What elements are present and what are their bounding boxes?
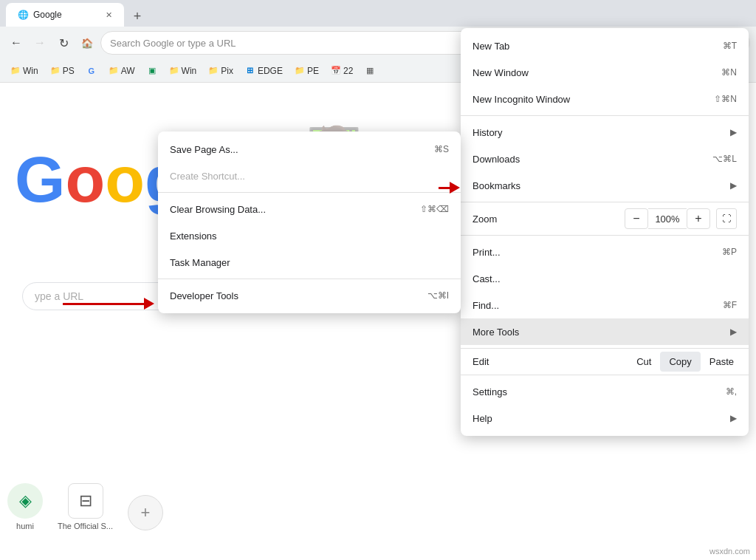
zoom-plus-button[interactable]: +	[687, 208, 710, 229]
menu-help-label: Help	[472, 413, 492, 424]
menu-divider-1	[461, 115, 749, 116]
submenu-divider-2	[158, 279, 461, 279]
submenu-task-manager[interactable]: Task Manager	[158, 249, 461, 276]
menu-print-shortcut: ⌘P	[722, 247, 737, 257]
bookmark-sheets[interactable]: ▣	[142, 64, 162, 78]
bookmark-label: EDGE	[258, 66, 283, 76]
menu-divider-2	[461, 202, 749, 202]
submenu-save-page[interactable]: Save Page As... ⌘S	[158, 136, 461, 163]
folder-icon: 📁	[208, 66, 219, 76]
bookmark-g[interactable]: G	[82, 64, 101, 78]
menu-settings[interactable]: Settings ⌘,	[461, 378, 749, 405]
submenu-extensions-label: Extensions	[170, 231, 217, 242]
site-icon-add[interactable]: +	[128, 495, 163, 530]
official-label: The Official S...	[58, 522, 113, 530]
edit-label: Edit	[467, 356, 628, 367]
menu-bookmarks-chevron: ▶	[730, 180, 737, 191]
menu-bookmarks[interactable]: Bookmarks ▶	[461, 172, 749, 199]
bookmark-label: Win	[182, 66, 197, 76]
back-button[interactable]: ←	[6, 33, 27, 53]
add-circle: +	[128, 495, 163, 530]
menu-help[interactable]: Help ▶	[461, 405, 749, 431]
submenu-create-shortcut-label: Create Shortcut...	[170, 171, 245, 182]
menu-new-window-label: New Window	[472, 67, 529, 78]
zoom-value: 100%	[648, 208, 687, 229]
menu-divider-3	[461, 235, 749, 236]
submenu-clear-browsing[interactable]: Clear Browsing Data... ⇧⌘⌫	[158, 196, 461, 222]
menu-downloads[interactable]: Downloads ⌥⌘L	[461, 146, 749, 172]
menu-new-tab[interactable]: New Tab ⌘T	[461, 33, 749, 59]
tab-close[interactable]: ✕	[106, 10, 112, 20]
menu-new-window[interactable]: New Window ⌘N	[461, 59, 749, 86]
active-tab[interactable]: 🌐 Google ✕	[6, 3, 124, 27]
zoom-minus-button[interactable]: −	[625, 208, 648, 229]
home-button[interactable]: 🏠	[77, 33, 97, 53]
menu-print-label: Print...	[472, 247, 501, 258]
bottom-icons: ◈ humi ⊟ The Official S... +	[7, 483, 163, 530]
menu-new-incognito-label: New Incognito Window	[472, 94, 570, 105]
menu-print[interactable]: Print... ⌘P	[461, 239, 749, 265]
submenu-divider-1	[158, 192, 461, 193]
menu-settings-shortcut: ⌘,	[726, 386, 737, 397]
watermark: wsxdn.com	[709, 547, 750, 556]
cut-button[interactable]: Cut	[628, 352, 660, 372]
menu-settings-label: Settings	[472, 386, 507, 397]
sheets-icon: ▣	[147, 66, 157, 76]
bookmark-label: PE	[307, 66, 319, 76]
menu-new-tab-label: New Tab	[472, 41, 509, 52]
data-icon: ▦	[365, 66, 375, 76]
bookmark-edge[interactable]: ⊞ EDGE	[241, 64, 287, 78]
folder-icon: 📁	[109, 66, 119, 76]
bookmark-aw[interactable]: 📁 AW	[104, 64, 140, 78]
menu-history-chevron: ▶	[730, 127, 737, 137]
bookmark-label: Pix	[221, 66, 233, 76]
forward-button[interactable]: →	[30, 33, 50, 53]
menu-find[interactable]: Find... ⌘F	[461, 292, 749, 318]
google-icon: G	[86, 66, 97, 76]
new-tab-button[interactable]: +	[127, 6, 148, 27]
menu-new-incognito-shortcut: ⇧⌘N	[714, 94, 737, 104]
submenu-create-shortcut: Create Shortcut...	[158, 163, 461, 189]
edit-row: Edit Cut Copy Paste	[461, 348, 749, 375]
menu-history[interactable]: History ▶	[461, 119, 749, 146]
bookmark-data[interactable]: ▦	[360, 64, 379, 78]
menu-more-tools-label: More Tools	[472, 327, 519, 338]
submenu-developer-tools[interactable]: Developer Tools ⌥⌘I	[158, 282, 461, 309]
tab-bar: 🌐 Google ✕ +	[0, 0, 756, 27]
menu-more-tools[interactable]: More Tools ▶	[461, 318, 749, 345]
folder-icon: 📁	[10, 66, 21, 76]
copy-button[interactable]: Copy	[660, 352, 700, 372]
submenu-developer-tools-label: Developer Tools	[170, 290, 238, 301]
folder-icon: 📁	[295, 66, 305, 76]
chrome-menu: New Tab ⌘T New Window ⌘N New Incognito W…	[461, 28, 749, 436]
menu-help-chevron: ▶	[730, 413, 737, 423]
bookmark-pe[interactable]: 📁 PE	[290, 64, 323, 78]
bookmark-win-1[interactable]: 📁 Win	[6, 64, 43, 78]
official-tile: ⊟	[68, 483, 103, 519]
humi-icon: ◈	[19, 491, 32, 511]
humi-label: humi	[16, 522, 34, 530]
fullscreen-button[interactable]: ⛶	[716, 208, 737, 229]
submenu-clear-browsing-label: Clear Browsing Data...	[170, 204, 266, 215]
bookmark-label: PS	[63, 66, 75, 76]
menu-new-incognito[interactable]: New Incognito Window ⇧⌘N	[461, 86, 749, 112]
menu-downloads-label: Downloads	[472, 154, 520, 165]
menu-find-label: Find...	[472, 300, 499, 311]
paste-button[interactable]: Paste	[701, 352, 743, 372]
humi-circle: ◈	[7, 483, 43, 519]
bookmark-ps[interactable]: 📁 PS	[46, 64, 79, 78]
menu-new-window-shortcut: ⌘N	[721, 67, 737, 78]
bookmark-calendar[interactable]: 📅 22	[326, 64, 357, 78]
edge-icon: ⊞	[245, 66, 255, 76]
submenu-extensions[interactable]: Extensions	[158, 222, 461, 249]
menu-cast[interactable]: Cast...	[461, 265, 749, 292]
tab-favicon: 🌐	[18, 10, 29, 20]
reload-button[interactable]: ↻	[53, 33, 74, 53]
zoom-row: Zoom − 100% + ⛶	[461, 205, 749, 232]
menu-bookmarks-label: Bookmarks	[472, 180, 520, 191]
bookmark-label: Win	[23, 66, 38, 76]
site-icon-humi[interactable]: ◈ humi	[7, 483, 43, 530]
bookmark-win-2[interactable]: 📁 Win	[165, 64, 202, 78]
site-icon-official[interactable]: ⊟ The Official S...	[58, 483, 113, 530]
bookmark-pix[interactable]: 📁 Pix	[204, 64, 238, 78]
